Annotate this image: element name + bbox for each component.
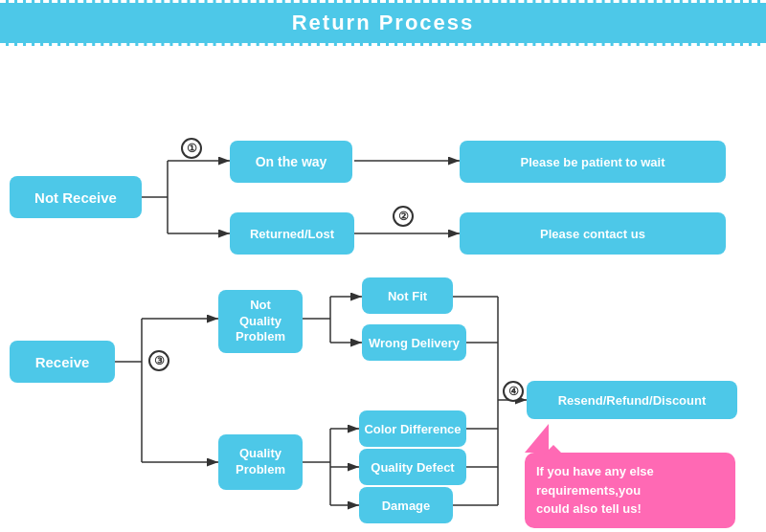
not-receive-box: Not Receive: [10, 176, 142, 218]
damage-box: Damage: [359, 487, 453, 523]
speech-bubble: If you have any else requirements,you co…: [525, 453, 735, 528]
returned-lost-box: Returned/Lost: [230, 212, 354, 255]
wrong-delivery-box: Wrong Delivery: [362, 324, 466, 361]
circle-1: ①: [181, 138, 202, 159]
circle-3: ③: [148, 350, 169, 371]
please-be-patient-box: Please be patient to wait: [460, 141, 726, 183]
circle-2: ②: [393, 206, 414, 227]
on-the-way-box: On the way: [230, 141, 352, 183]
color-diff-box: Color Difference: [359, 410, 466, 447]
not-fit-box: Not Fit: [362, 277, 453, 314]
circle-4: ④: [503, 381, 524, 402]
quality-problem-box: Quality Problem: [218, 434, 303, 490]
page-title: Return Process: [292, 11, 475, 34]
receive-box: Receive: [10, 341, 115, 383]
resend-box: Resend/Refund/Discount: [527, 381, 737, 419]
not-quality-problem-box: Not Quality Problem: [218, 290, 303, 353]
quality-defect-box: Quality Defect: [359, 449, 466, 485]
content-area: Not Receive ① On the way Returned/Lost ②…: [0, 46, 766, 532]
please-contact-box: Please contact us: [460, 212, 726, 255]
page-header: Return Process: [0, 0, 766, 46]
